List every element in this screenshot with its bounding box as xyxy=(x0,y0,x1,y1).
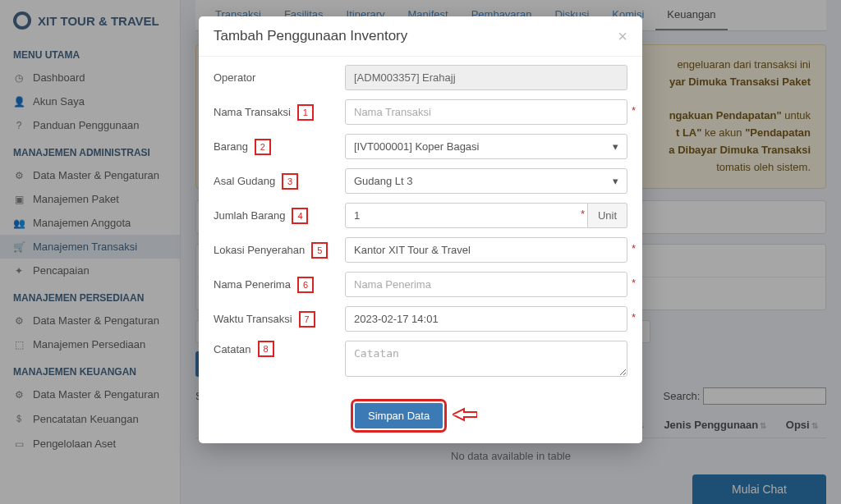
operator-field xyxy=(345,65,627,90)
unit-label: Unit xyxy=(588,203,627,228)
step-1-badge: 1 xyxy=(297,104,314,121)
lokasi-input[interactable] xyxy=(345,237,627,263)
barang-select[interactable]: [IVT000001] Koper Bagasi▾ xyxy=(345,134,627,159)
lbl-waktu: Waktu Transaksi xyxy=(214,313,292,325)
step-7-badge: 7 xyxy=(299,311,315,328)
step-6-badge: 6 xyxy=(297,277,314,293)
close-icon[interactable]: × xyxy=(618,28,627,44)
step-5-badge: 5 xyxy=(311,242,328,259)
lbl-gudang: Asal Gudang xyxy=(214,175,275,187)
waktu-input[interactable] xyxy=(345,306,627,332)
lbl-barang: Barang xyxy=(214,140,248,153)
step-3-badge: 3 xyxy=(282,173,298,190)
catatan-textarea[interactable] xyxy=(345,341,627,377)
step-8-badge: 8 xyxy=(258,341,274,357)
lbl-lokasi: Lokasi Penyerahan xyxy=(214,244,305,256)
nama-transaksi-input[interactable] xyxy=(345,99,627,125)
lbl-penerima: Nama Penerima xyxy=(214,278,291,291)
step-2-badge: 2 xyxy=(255,139,271,155)
chevron-down-icon: ▾ xyxy=(613,175,618,187)
lbl-operator: Operator xyxy=(214,71,255,84)
jumlah-input[interactable] xyxy=(345,203,588,228)
step-4-badge: 4 xyxy=(292,208,308,224)
gudang-select[interactable]: Gudang Lt 3▾ xyxy=(345,168,627,194)
lbl-nama: Nama Transaksi xyxy=(214,106,291,118)
modal-title: Tambah Penggunaan Inventory xyxy=(214,28,407,44)
penerima-input[interactable] xyxy=(345,272,627,297)
lbl-catatan: Catatan xyxy=(214,343,251,355)
chevron-down-icon: ▾ xyxy=(613,140,618,153)
save-button[interactable]: Simpan Data xyxy=(355,403,443,428)
modal-add-inventory: Tambah Penggunaan Inventory × Operator N… xyxy=(199,16,642,443)
arrow-icon xyxy=(453,405,477,427)
lbl-jumlah: Jumlah Barang xyxy=(214,209,285,222)
